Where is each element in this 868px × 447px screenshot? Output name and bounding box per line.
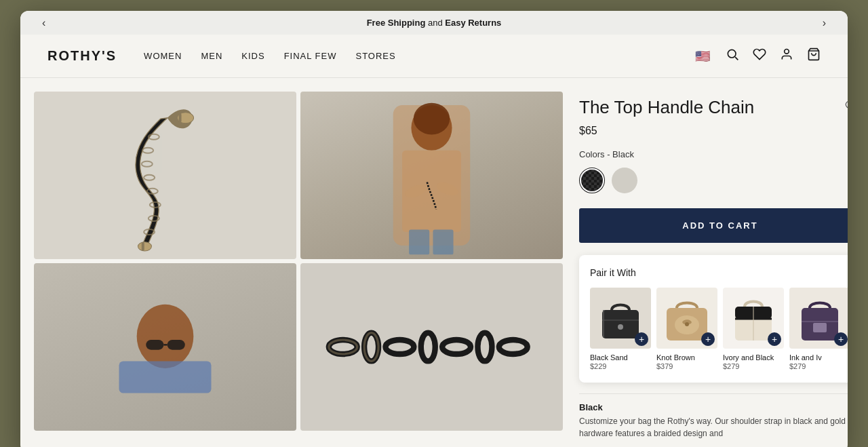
- gallery-image-2: [300, 92, 563, 259]
- svg-point-44: [685, 322, 689, 326]
- header-icons: 🇺🇸: [693, 47, 821, 64]
- swatch-ivory[interactable]: [612, 168, 637, 193]
- header: ROTHY'S WOMEN MEN KIDS FINAL FEW STORES …: [20, 35, 848, 78]
- pair-item-1[interactable]: + Knot Brown $379: [656, 288, 717, 370]
- product-gallery: [34, 92, 563, 431]
- nav-kids[interactable]: KIDS: [241, 51, 264, 61]
- pair-item-add-3[interactable]: +: [834, 332, 848, 346]
- main-content: The Top Handle Chain $65 Colors - Black …: [20, 78, 848, 447]
- wishlist-header-button[interactable]: [753, 47, 766, 64]
- announcement-bar: ‹ Free Shipping and Easy Returns ›: [20, 11, 848, 35]
- svg-rect-22: [409, 230, 429, 255]
- pair-item-add-0[interactable]: +: [635, 332, 648, 346]
- product-title-area: The Top Handle Chain: [579, 97, 848, 119]
- main-nav: WOMEN MEN KIDS FINAL FEW STORES: [144, 51, 693, 61]
- svg-rect-7: [142, 242, 144, 251]
- swatch-black[interactable]: [579, 168, 605, 193]
- svg-point-37: [499, 340, 528, 354]
- pair-item-add-2[interactable]: +: [768, 332, 781, 346]
- pair-items-list: + Black Sand $229: [590, 288, 848, 370]
- svg-rect-51: [813, 323, 827, 332]
- pair-item-price-3: $279: [789, 362, 848, 370]
- nav-stores[interactable]: STORES: [355, 51, 395, 61]
- svg-point-9: [142, 148, 153, 153]
- pair-item-image-0: +: [590, 288, 651, 349]
- svg-point-11: [144, 175, 155, 180]
- country-flag-icon[interactable]: 🇺🇸: [693, 50, 712, 63]
- color-swatches: [579, 168, 848, 193]
- svg-rect-27: [167, 340, 185, 350]
- pair-item-name-2: Ivory and Black: [723, 353, 784, 362]
- pair-item-price-1: $379: [656, 362, 717, 370]
- svg-rect-5: [179, 113, 182, 122]
- logo[interactable]: ROTHY'S: [47, 48, 117, 64]
- wishlist-product-button[interactable]: [842, 97, 848, 119]
- description-text: Customize your bag the Rothy's way. Our …: [579, 415, 848, 440]
- svg-rect-23: [433, 230, 454, 255]
- svg-rect-26: [146, 340, 163, 350]
- pair-title: Pair it With: [590, 267, 848, 278]
- svg-point-36: [477, 333, 492, 362]
- pair-item-add-1[interactable]: +: [701, 332, 715, 346]
- svg-line-1: [735, 57, 738, 60]
- pair-it-with-panel: Pair it With +: [579, 255, 848, 383]
- announcement-text: Free Shipping and Easy Returns: [367, 18, 502, 28]
- search-button[interactable]: [726, 47, 739, 64]
- description-section: Black Customize your bag the Rothy's way…: [579, 393, 848, 440]
- svg-point-2: [785, 50, 789, 54]
- pair-item-image-1: +: [656, 288, 717, 349]
- nav-men[interactable]: MEN: [201, 51, 222, 61]
- pair-item-price-0: $229: [590, 362, 651, 370]
- product-title: The Top Handle Chain: [579, 97, 754, 118]
- description-color: Black: [579, 402, 848, 412]
- pair-item-name-3: Ink and Iv: [789, 353, 848, 362]
- browser-window: ‹ Free Shipping and Easy Returns › ROTHY…: [20, 11, 848, 447]
- gallery-image-1: [34, 92, 296, 259]
- svg-point-18: [414, 103, 450, 135]
- nav-women[interactable]: WOMEN: [144, 51, 182, 61]
- svg-point-0: [728, 50, 736, 58]
- pair-item-name-0: Black Sand: [590, 353, 651, 362]
- nav-final-few[interactable]: FINAL FEW: [284, 51, 337, 61]
- svg-point-40: [618, 324, 623, 330]
- gallery-image-4: [300, 263, 563, 431]
- svg-point-35: [442, 340, 471, 354]
- color-label: Colors - Black: [579, 149, 848, 159]
- pair-item-0[interactable]: + Black Sand $229: [590, 288, 651, 370]
- pair-item-3[interactable]: + Ink and Iv $279: [789, 288, 848, 370]
- add-to-cart-button[interactable]: ADD TO CART: [579, 208, 848, 243]
- pair-item-image-2: +: [723, 288, 784, 349]
- svg-point-6: [138, 242, 151, 251]
- svg-point-34: [421, 333, 435, 362]
- cart-button[interactable]: [807, 47, 821, 64]
- gallery-image-3: [34, 263, 296, 431]
- svg-point-33: [386, 340, 414, 354]
- pair-item-image-3: +: [789, 288, 848, 349]
- pair-item-price-2: $279: [723, 362, 784, 370]
- announcement-prev-button[interactable]: ‹: [37, 14, 51, 32]
- product-price: $65: [579, 125, 848, 137]
- account-button[interactable]: [780, 47, 793, 64]
- product-panel: The Top Handle Chain $65 Colors - Black …: [579, 92, 848, 440]
- pair-item-2[interactable]: + Ivory and Black $279: [723, 288, 784, 370]
- svg-point-24: [137, 305, 194, 368]
- svg-rect-25: [119, 361, 212, 393]
- announcement-next-button[interactable]: ›: [817, 14, 831, 32]
- svg-point-10: [142, 161, 153, 167]
- pair-item-name-1: Knot Brown: [656, 353, 717, 362]
